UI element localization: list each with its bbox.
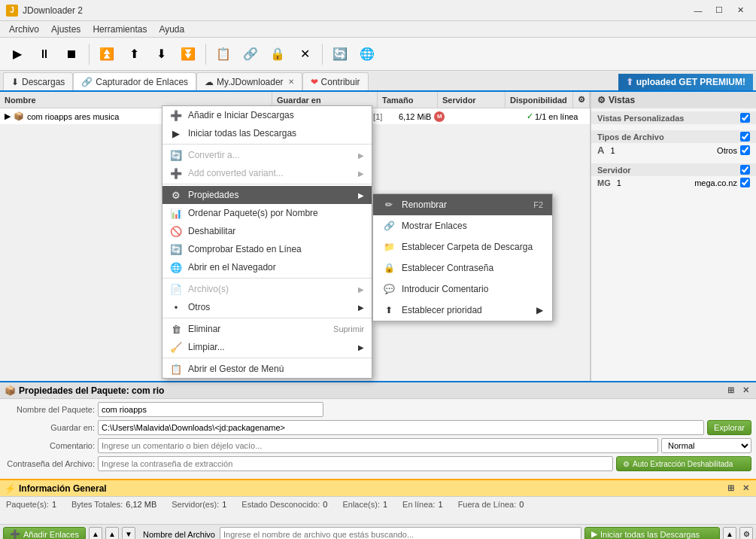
sort-toggle-btn[interactable]: ▲ [89, 527, 102, 540]
ctx-others[interactable]: • Otros ▶ [162, 298, 372, 316]
link-grab-button[interactable]: 🔗 [238, 41, 263, 67]
save-in-input[interactable] [98, 420, 704, 435]
row-expand-icon: ▶ [5, 111, 11, 121]
play-button[interactable]: ▶ [5, 41, 30, 67]
info-expand-btn[interactable]: ⊞ [724, 483, 736, 495]
sub-set-password-icon: 🔒 [382, 261, 396, 275]
ctx-properties[interactable]: ⚙ Propiedades ▶ [162, 186, 372, 204]
mega-checkbox[interactable] [740, 178, 750, 187]
ctx-files[interactable]: 📄 Archivo(s) ▶ [162, 280, 372, 298]
ctx-check-online-label: Comprobar Estado en Línea [188, 244, 302, 254]
ctx-clean-label: Limpiar... [188, 342, 225, 352]
network-button[interactable]: 🌐 [354, 41, 380, 67]
sub-set-folder-label: Establecer Carpeta de Descarga [402, 242, 533, 252]
sub-set-password[interactable]: 🔒 Establecer Contraseña [373, 257, 552, 279]
sub-show-links[interactable]: 🔗 Mostrar Enlaces [373, 215, 552, 236]
tab-myj[interactable]: ☁ My.JDownloader ✕ [196, 72, 302, 90]
stop-button[interactable]: ⏹ [59, 41, 84, 67]
menu-ayuda[interactable]: Ayuda [153, 23, 190, 36]
menu-archivo[interactable]: Archivo [3, 23, 45, 36]
others-checkbox[interactable] [740, 145, 750, 155]
explore-button[interactable]: Explorar [707, 420, 751, 435]
sub-rename[interactable]: ✏ Renombrar F2 [373, 194, 552, 215]
tab-myj-close[interactable]: ✕ [288, 78, 294, 86]
ctx-add-variant: ➕ Add converted variant... ▶ [162, 164, 372, 182]
form-row-comment: Comentario: Normal [5, 438, 751, 453]
move-down-button[interactable]: ⬇ [148, 41, 174, 67]
move-bottom-button[interactable]: ⏬ [175, 41, 201, 67]
ctx-add-start[interactable]: ➕ Añadir e Iniciar Descargas [162, 106, 372, 124]
titlebar-left: J JDownloader 2 [6, 5, 83, 17]
pause-button[interactable]: ⏸ [32, 41, 57, 67]
maximize-button[interactable]: ☐ [709, 3, 729, 18]
minimize-button[interactable]: — [688, 3, 708, 18]
premium-banner[interactable]: ⬆ uploaded GET PREMIUM! [618, 74, 753, 90]
search-input[interactable] [220, 527, 581, 540]
ctx-delete[interactable]: 🗑 Eliminar Suprimir [162, 320, 372, 338]
tab-descargas-label: Descargas [22, 77, 65, 87]
sidebar-custom-checkbox[interactable] [740, 113, 750, 123]
start-option-btn[interactable]: ⚙ [739, 527, 753, 540]
ctx-disable-icon: 🚫 [170, 225, 182, 237]
search-area: Nombre del Archivo [138, 527, 581, 540]
sub-show-links-label: Mostrar Enlaces [402, 221, 467, 231]
ctx-menu-manager-label: Abrir el Gestor de Menú [188, 364, 284, 374]
ctx-disable[interactable]: 🚫 Deshabilitar [162, 222, 372, 240]
info-close-btn[interactable]: ✕ [739, 483, 751, 495]
lock-button[interactable]: 🔒 [265, 41, 290, 67]
start-all-button[interactable]: ▶ Iniciar todas las Descargas [584, 527, 720, 540]
ctx-menu-manager[interactable]: 📋 Abrir el Gestor de Menú [162, 360, 372, 378]
tab-capturador[interactable]: 🔗 Capturador de Enlaces [73, 72, 196, 90]
info-packages: Paquete(s): 1 [6, 500, 56, 509]
ctx-add-variant-arrow: ▶ [358, 169, 364, 178]
ctx-check-online[interactable]: 🔄 Comprobar Estado en Línea [162, 240, 372, 258]
sub-priority-label: Establecer prioridad [402, 305, 530, 315]
sub-set-folder[interactable]: 📁 Establecer Carpeta de Descarga [373, 236, 552, 257]
refresh-button[interactable]: 🔄 [327, 41, 353, 67]
password-input[interactable] [98, 456, 613, 471]
delete-icon: ✕ [300, 47, 310, 61]
move-up-button[interactable]: ⬆ [121, 41, 147, 67]
properties-expand-btn[interactable]: ⊞ [724, 385, 736, 397]
move-up-icon: ⬆ [129, 47, 139, 61]
ctx-sort[interactable]: 📊 Ordenar Paquete(s) por Nombre [162, 204, 372, 222]
auto-extract-button[interactable]: ⚙ Auto Extracción Deshabilitada [616, 456, 751, 471]
package-name-input[interactable] [98, 402, 323, 417]
properties-title: Propiedades del Paquete: com rio [19, 385, 164, 396]
package-name-label: Nombre del Paquete: [5, 405, 95, 414]
tab-descargas[interactable]: ⬇ Descargas [3, 72, 73, 90]
ctx-start-all[interactable]: ▶ Iniciar todas las Descargas [162, 124, 372, 142]
sidebar-types-checkbox[interactable] [740, 132, 750, 142]
menu-herramientas[interactable]: Herramientas [87, 23, 153, 36]
close-button[interactable]: ✕ [730, 3, 750, 18]
play-icon: ▶ [13, 47, 22, 61]
sub-priority[interactable]: ⬆ Establecer prioridad ▶ [373, 300, 552, 321]
properties-close-btn[interactable]: ✕ [739, 385, 751, 397]
normal-select[interactable]: Normal [661, 438, 751, 453]
menu-ajustes[interactable]: Ajustes [45, 23, 87, 36]
move-top-button[interactable]: ⏫ [94, 41, 120, 67]
sub-comment[interactable]: 💬 Introducir Comentario [373, 279, 552, 300]
nav-down-btn[interactable]: ▼ [122, 527, 135, 540]
link-grab-icon: 🔗 [243, 47, 258, 61]
sub-set-password-label: Establecer Contraseña [402, 263, 493, 273]
tab-contribuir[interactable]: ❤ Contribuir [302, 72, 369, 90]
properties-header-right: ⊞ ✕ [724, 385, 751, 397]
ctx-check-online-icon: 🔄 [170, 243, 182, 255]
others-icon: A [597, 145, 604, 156]
ctx-open-browser[interactable]: 🌐 Abrir en el Navegador [162, 258, 372, 276]
sub-show-links-icon: 🔗 [382, 219, 396, 233]
comment-input[interactable] [98, 438, 658, 453]
uploaded-icon: ⬆ [626, 77, 633, 87]
add-links-button[interactable]: ➕ Añadir Enlaces [3, 527, 86, 540]
mega-label: mega.co.nz [627, 178, 737, 187]
info-unknown: Estado Desconocido: 0 [241, 500, 327, 509]
sidebar-server-checkbox[interactable] [740, 165, 750, 175]
ctx-sort-icon: 📊 [170, 207, 182, 219]
ctx-clean[interactable]: 🧹 Limpiar... ▶ [162, 338, 372, 356]
delete-button[interactable]: ✕ [292, 41, 317, 67]
clipboard-button[interactable]: 📋 [211, 41, 236, 67]
nav-up-btn[interactable]: ▲ [105, 527, 119, 540]
start-sort-btn[interactable]: ▲ [723, 527, 736, 540]
toolbar-separator-1 [89, 44, 90, 65]
